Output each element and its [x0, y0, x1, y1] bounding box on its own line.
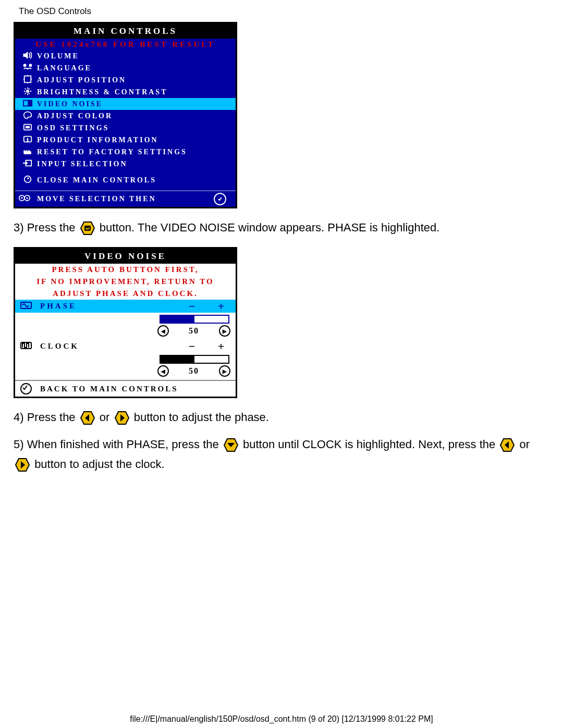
video-noise-icon: [18, 98, 37, 110]
down-button-icon: [224, 438, 238, 452]
menu-item-osd-settings[interactable]: OSD SETTINGS: [15, 122, 236, 134]
osd-settings-icon: [18, 122, 37, 134]
label: LANGUAGE: [37, 64, 92, 72]
clock-value-row: ◀ 50 ▶: [15, 365, 236, 380]
phase-bar: [160, 315, 229, 324]
text: or: [100, 411, 113, 424]
menu-item-video-noise[interactable]: VIDEO NOISE: [15, 98, 236, 110]
back-to-main[interactable]: BACK TO MAIN CONTROLS: [15, 380, 236, 397]
minus-icon: −: [177, 340, 206, 353]
menu-item-brightness-contrast[interactable]: BRIGHTNESS & CONTRAST: [15, 86, 236, 98]
main-controls-title: MAIN CONTROLS: [15, 23, 236, 39]
right-icon: ▶: [219, 365, 230, 377]
left-button-icon: [500, 438, 515, 452]
step-4: 4) Press the or button to adjust the pha…: [14, 410, 563, 425]
phase-value: 50: [189, 326, 199, 336]
label: BACK TO MAIN CONTROLS: [40, 385, 178, 393]
text: button until CLOCK is highlighted. Next,…: [243, 438, 498, 451]
main-controls-subtitle: USE 1024x768 FOR BEST RESULT: [15, 39, 236, 50]
svg-rect-5: [28, 100, 32, 106]
menu-item-volume[interactable]: VOLUME: [15, 50, 236, 62]
main-controls-footer: MOVE SELECTION THEN: [15, 190, 236, 207]
video-noise-title: VIDEO NOISE: [15, 249, 236, 264]
text: 4) Press the: [14, 411, 79, 424]
info-icon: i: [18, 134, 37, 146]
brightness-icon: [18, 87, 37, 98]
svg-point-0: [23, 64, 26, 66]
clock-icon: [20, 341, 40, 352]
plus-icon: +: [206, 340, 236, 353]
svg-rect-2: [25, 76, 31, 82]
menu-item-adjust-position[interactable]: ADJUST POSITION: [15, 74, 236, 86]
left-button-icon: [80, 411, 95, 425]
phase-value-row: ◀ 50 ▶: [15, 325, 236, 340]
label: RESET TO FACTORY SETTINGS: [37, 148, 187, 156]
ok-button-icon: ad: [80, 221, 95, 235]
label: CLOSE MAIN CONTROLS: [37, 176, 156, 184]
param-clock[interactable]: CLOCK − +: [15, 340, 236, 353]
language-icon: [18, 63, 37, 74]
label: ADJUST POSITION: [37, 76, 126, 84]
clock-bar-row: [15, 353, 236, 365]
left-icon: ◀: [157, 365, 169, 377]
label: INPUT SELECTION: [37, 160, 128, 168]
menu-item-language[interactable]: LANGUAGE: [15, 62, 236, 74]
osd-video-noise: VIDEO NOISE PRESS AUTO BUTTON FIRST, IF …: [14, 247, 237, 398]
clock-value: 50: [189, 366, 199, 376]
svg-text:ad: ad: [85, 227, 90, 230]
label: CLOCK: [40, 342, 177, 351]
text: or: [519, 438, 530, 451]
svg-rect-7: [26, 126, 29, 128]
label: VOLUME: [37, 52, 79, 60]
label: PRODUCT INFORMATION: [37, 136, 158, 144]
menu-item-product-info[interactable]: i PRODUCT INFORMATION: [15, 134, 236, 146]
factory-icon: [18, 146, 37, 158]
right-icon: ▶: [219, 325, 230, 337]
svg-text:i: i: [27, 137, 29, 142]
hint-line-3: ADJUST PHASE AND CLOCK.: [15, 288, 236, 300]
menu-item-reset-factory[interactable]: RESET TO FACTORY SETTINGS: [15, 146, 236, 158]
step-3: 3) Press the ad button. The VIDEO NOISE …: [14, 220, 563, 236]
label: BRIGHTNESS & CONTRAST: [37, 88, 168, 96]
text: 3) Press the: [14, 221, 79, 234]
close-icon: [18, 175, 37, 186]
hint-line-2: IF NO IMPROVEMENT, RETURN TO: [15, 276, 236, 288]
label: VIDEO NOISE: [37, 100, 103, 108]
position-icon: [18, 75, 37, 86]
volume-icon: [18, 51, 37, 62]
input-icon: [18, 158, 37, 170]
text: button. The VIDEO NOISE window appears. …: [100, 221, 440, 234]
param-phase[interactable]: PHASE − +: [15, 300, 236, 313]
right-button-icon: [15, 458, 30, 472]
up-down-icon: [18, 194, 37, 204]
clock-bar: [160, 355, 229, 364]
osd-main-controls: MAIN CONTROLS USE 1024x768 FOR BEST RESU…: [14, 22, 237, 208]
svg-point-3: [26, 90, 29, 92]
page-header: The OSD Controls: [0, 0, 563, 22]
color-icon: [18, 110, 37, 122]
menu-item-adjust-color[interactable]: ADJUST COLOR: [15, 110, 236, 122]
text: button to adjust the phase.: [134, 411, 269, 424]
label: ADJUST COLOR: [37, 112, 113, 120]
plus-icon: +: [206, 300, 236, 313]
minus-icon: −: [177, 300, 206, 313]
left-icon: ◀: [157, 325, 169, 337]
svg-point-1: [29, 64, 32, 66]
right-button-icon: [115, 411, 129, 425]
label: OSD SETTINGS: [37, 124, 109, 132]
footer-text: MOVE SELECTION THEN: [37, 195, 214, 203]
phase-icon: [20, 301, 40, 312]
label: PHASE: [40, 302, 177, 311]
text: 5) When finished with PHASE, press the: [14, 438, 222, 451]
text: button to adjust the clock.: [34, 458, 165, 471]
hint-line-1: PRESS AUTO BUTTON FIRST,: [15, 264, 236, 276]
step-5: 5) When finished with PHASE, press the b…: [14, 437, 563, 472]
back-icon: [20, 383, 40, 394]
ok-icon: [214, 193, 226, 205]
menu-item-input-selection[interactable]: INPUT SELECTION: [15, 158, 236, 170]
phase-bar-row: [15, 313, 236, 325]
menu-item-close[interactable]: CLOSE MAIN CONTROLS: [15, 174, 236, 186]
